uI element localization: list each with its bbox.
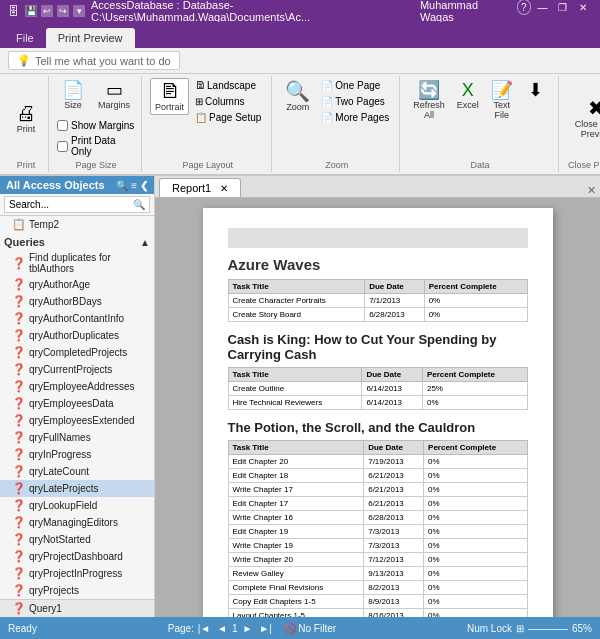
sidebar-item-qryinprogress[interactable]: ❓ qryInProgress xyxy=(0,446,154,463)
sidebar-section-queries: Queries ▲ xyxy=(0,233,154,250)
sidebar-item-label: qryEmployeesExtended xyxy=(29,415,135,426)
minimize-button[interactable]: — xyxy=(533,0,551,15)
tab-close-icon[interactable]: ✕ xyxy=(220,183,228,194)
page-label: Page: xyxy=(168,623,194,634)
query-icon: ❓ xyxy=(12,499,26,512)
sidebar-item-qrymanagingeditors[interactable]: ❓ qryManagingEditors xyxy=(0,514,154,531)
two-pages-button[interactable]: 📄 Two Pages xyxy=(317,94,393,109)
last-page-button[interactable]: ►| xyxy=(258,621,274,635)
excel-button[interactable]: X Excel xyxy=(452,78,484,113)
table-row: Edit Chapter 197/3/20130% xyxy=(228,525,527,539)
portrait-icon: 🖹 xyxy=(160,81,180,101)
ribbon-group-page-layout: 🖹 Portrait 🖺 Landscape ⊞ Columns 📋 Page … xyxy=(144,76,272,172)
window-title: AccessDatabase : Database- C:\Users\Muha… xyxy=(91,0,420,23)
redo-icon[interactable]: ↪ xyxy=(57,5,69,17)
text-file-button[interactable]: 📝 TextFile xyxy=(486,78,518,123)
sidebar-section-collapse-icon[interactable]: ▲ xyxy=(140,237,150,248)
query-icon: ❓ xyxy=(12,465,26,478)
print-button[interactable]: 🖨 Print xyxy=(10,100,42,137)
sidebar-item-qryauthorage[interactable]: ❓ qryAuthorAge xyxy=(0,276,154,293)
tab-report1[interactable]: Report1 ✕ xyxy=(159,178,241,197)
sidebar-item-qrylookupfield[interactable]: ❓ qryLookupField xyxy=(0,497,154,514)
more-data-button[interactable]: ⬇ xyxy=(520,78,552,103)
print-data-only-checkbox[interactable] xyxy=(57,141,68,152)
close-button[interactable]: ✕ xyxy=(574,0,592,15)
columns-button[interactable]: ⊞ Columns xyxy=(191,94,265,109)
excel-icon: X xyxy=(462,81,474,99)
sidebar-item-label: qryEmployeesData xyxy=(29,398,113,409)
portrait-button[interactable]: 🖹 Portrait xyxy=(150,78,189,115)
help-button[interactable]: ? xyxy=(517,0,532,15)
page-preview: Azure Waves Task Title Due Date Percent … xyxy=(203,208,553,617)
sidebar-item-label: qryProjectDashboard xyxy=(29,551,123,562)
sidebar-close-icon[interactable]: ❮ xyxy=(140,180,148,191)
sidebar-item-qrylateprojects[interactable]: ❓ qryLateProjects xyxy=(0,480,154,497)
close-print-preview-button[interactable]: ✖ Close PrintPreview xyxy=(567,95,600,142)
ribbon-group-page-size: 📄 Size ▭ Margins Show Margins Print Data… xyxy=(51,76,142,172)
sidebar-item-qryauthorbdays[interactable]: ❓ qryAuthorBDays xyxy=(0,293,154,310)
zoom-slider[interactable]: ———— xyxy=(528,623,568,634)
sidebar-item-qrycurrentprojects[interactable]: ❓ qryCurrentProjects xyxy=(0,361,154,378)
sidebar-item-find-duplicates[interactable]: ❓ Find duplicates for tblAuthors xyxy=(0,250,154,276)
next-page-button[interactable]: ► xyxy=(240,621,256,635)
show-margins-checkbox[interactable] xyxy=(57,120,68,131)
sidebar-item-label: qryAuthorBDays xyxy=(29,296,102,307)
sidebar-item-qryprojectinprogress[interactable]: ❓ qryProjectInProgress xyxy=(0,565,154,582)
sidebar-item-query1[interactable]: ❓ Query1 xyxy=(0,600,154,617)
col-header-task: Task Title xyxy=(228,368,362,382)
table-row: Complete Final Revisions8/2/20130% xyxy=(228,581,527,595)
zoom-button[interactable]: 🔍 Zoom xyxy=(280,78,315,115)
landscape-button[interactable]: 🖺 Landscape xyxy=(191,78,265,93)
query-icon: ❓ xyxy=(12,363,26,376)
page-setup-icon: 📋 xyxy=(195,112,207,123)
ready-label: Ready xyxy=(8,623,37,634)
search-input[interactable]: Search... 🔍 xyxy=(4,196,150,213)
sidebar-menu-icon[interactable]: ≡ xyxy=(131,180,137,191)
user-name: Muhammad Waqas xyxy=(420,0,507,23)
query-icon: ❓ xyxy=(12,278,26,291)
sidebar-item-qryprojects[interactable]: ❓ qryProjects xyxy=(0,582,154,599)
sidebar-item-temp2[interactable]: 📋 Temp2 xyxy=(0,216,154,233)
sidebar-item-qryemployeesdata[interactable]: ❓ qryEmployeesData xyxy=(0,395,154,412)
ribbon: 🖨 Print Print 📄 Size ▭ Margins Show Marg… xyxy=(0,74,600,176)
customize-icon[interactable]: ▾ xyxy=(73,5,85,17)
tab-close-button[interactable]: ✕ xyxy=(587,184,596,197)
sidebar-item-qryemployeesextended[interactable]: ❓ qryEmployeesExtended xyxy=(0,412,154,429)
sidebar-item-qrynotstarted[interactable]: ❓ qryNotStarted xyxy=(0,531,154,548)
query-icon: ❓ xyxy=(12,602,26,615)
maximize-button[interactable]: ❐ xyxy=(554,0,572,15)
tab-print-preview[interactable]: Print Preview xyxy=(46,28,135,48)
save-icon[interactable]: 💾 xyxy=(25,5,37,17)
query-icon: ❓ xyxy=(12,431,26,444)
undo-icon[interactable]: ↩ xyxy=(41,5,53,17)
margins-button[interactable]: ▭ Margins xyxy=(93,78,135,113)
col-header-due: Due Date xyxy=(364,441,424,455)
sidebar-item-qryfullnames[interactable]: ❓ qryFullNames xyxy=(0,429,154,446)
table-row: Create Story Board 6/28/2013 0% xyxy=(228,308,527,322)
sidebar-item-qryauthorduplicates[interactable]: ❓ qryAuthorDuplicates xyxy=(0,327,154,344)
more-pages-button[interactable]: 📄 More Pages xyxy=(317,110,393,125)
sidebar-item-label: qryInProgress xyxy=(29,449,91,460)
tab-file[interactable]: File xyxy=(4,28,46,48)
tell-me-bar: 💡 Tell me what you want to do xyxy=(0,48,600,74)
refresh-all-button[interactable]: 🔄 RefreshAll xyxy=(408,78,450,123)
size-button[interactable]: 📄 Size xyxy=(57,78,89,113)
first-page-button[interactable]: |◄ xyxy=(196,621,212,635)
table-row: Review Galley9/13/20130% xyxy=(228,567,527,581)
sidebar-item-label: qryAuthorDuplicates xyxy=(29,330,119,341)
sidebar-item-qrylatecount[interactable]: ❓ qryLateCount xyxy=(0,463,154,480)
page-navigation: Page: |◄ ◄ 1 ► ►| 🚫 No Filter xyxy=(168,621,336,635)
sidebar-search-icon[interactable]: 🔍 xyxy=(116,180,128,191)
sidebar-title: All Access Objects xyxy=(6,179,105,191)
tell-me-input[interactable]: 💡 Tell me what you want to do xyxy=(8,51,180,70)
prev-page-button[interactable]: ◄ xyxy=(214,621,230,635)
page-setup-button[interactable]: 📋 Page Setup xyxy=(191,110,265,125)
table-row: Hire Technical Reviewers 6/14/2013 0% xyxy=(228,396,527,410)
sidebar-item-qryauthorcontactinfo[interactable]: ❓ qryAuthorContantInfo xyxy=(0,310,154,327)
one-page-button[interactable]: 📄 One Page xyxy=(317,78,393,93)
sidebar-header: All Access Objects 🔍 ≡ ❮ xyxy=(0,176,154,194)
close-preview-icon: ✖ xyxy=(588,98,600,118)
sidebar-item-qryemployeeaddresses[interactable]: ❓ qryEmployeeAddresses xyxy=(0,378,154,395)
sidebar-item-qrycompletedprojects[interactable]: ❓ qryCompletedProjects xyxy=(0,344,154,361)
sidebar-item-qryprojectdashboard[interactable]: ❓ qryProjectDashboard xyxy=(0,548,154,565)
